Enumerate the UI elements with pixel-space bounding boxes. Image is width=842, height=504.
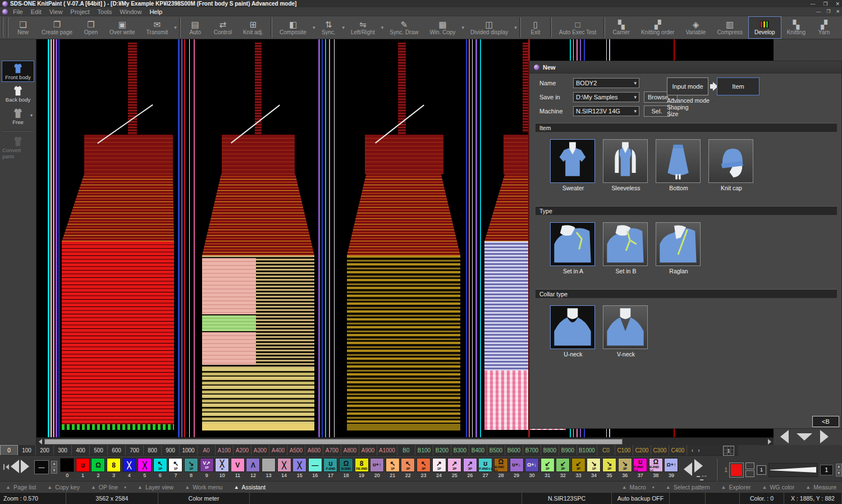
swatch-box[interactable]: ʊF-2ND <box>323 458 337 472</box>
color-swatch-16[interactable]: —16 <box>308 458 323 478</box>
swatch-box[interactable]: ↘2P <box>602 458 616 472</box>
palette-tab-b900[interactable]: B900 <box>559 445 577 455</box>
palette-tab-b800[interactable]: B800 <box>541 445 559 455</box>
palette-tab-b700[interactable]: B700 <box>523 445 541 455</box>
palette-tab-a600[interactable]: A600 <box>305 445 323 455</box>
palette-tab-a200[interactable]: A200 <box>234 445 251 455</box>
left-right-button[interactable]: ⇋Left/Right <box>345 16 381 39</box>
dropdown-caret-icon[interactable]: ▾ <box>173 25 177 30</box>
tile-u-neck[interactable]: U-neck <box>550 305 596 358</box>
swatch-page-prev-icon[interactable] <box>684 462 692 477</box>
palette-next-icon[interactable] <box>21 460 29 474</box>
chevron-down-icon[interactable]: ▾ <box>124 485 126 490</box>
color-swatch-19[interactable]: 8FB 2ND19 <box>354 458 369 478</box>
palette-tab-c100[interactable]: C100 <box>615 445 633 455</box>
tile-set-in-a[interactable]: Set in A <box>550 222 596 274</box>
macro-button[interactable]: ▲Macro▾ <box>616 484 660 491</box>
pan-right-arrow-icon[interactable] <box>820 430 829 443</box>
color-swatch-4[interactable]: ╳4 <box>121 458 137 478</box>
wg-color-button[interactable]: ▲WG color <box>757 484 800 491</box>
color-swatch-34[interactable]: ↘1P34 <box>586 458 602 478</box>
swatch-box[interactable]: ʊ+↓ <box>510 458 524 472</box>
palette-tab-a700[interactable]: A700 <box>323 445 341 455</box>
palette-tab-c300[interactable]: C300 <box>651 445 669 455</box>
color-swatch-9[interactable]: V↗1P9 <box>199 458 214 478</box>
swatch-box[interactable]: Ω+↓ <box>525 458 539 472</box>
create-page-button[interactable]: ❐Create page <box>36 16 78 39</box>
composite-button[interactable]: ◧Composite <box>274 16 312 39</box>
close-icon[interactable]: ✕ <box>835 1 840 7</box>
work-menu-button[interactable]: ▲Work menu <box>179 484 228 491</box>
color-swatch-17[interactable]: ʊF-2ND17 <box>323 458 338 478</box>
swatch-box[interactable]: ↗2P <box>447 458 461 472</box>
palette-tab-a900[interactable]: A900 <box>359 445 377 455</box>
color-swatch-21[interactable]: ↖1P21 <box>385 458 400 478</box>
palette-tab-c400[interactable]: C400 <box>669 445 687 455</box>
spinner-up-icon[interactable]: ▲ <box>836 464 842 470</box>
sidebar-item-free[interactable]: Free▾ <box>2 106 34 127</box>
tab-scroll-left-icon[interactable]: ‹ <box>692 447 693 453</box>
color-swatch-36[interactable]: ↘3P36 <box>617 458 633 478</box>
tile-sleeveless[interactable]: Sleeveless <box>603 139 649 191</box>
exit-button[interactable]: ▯Exit <box>523 16 548 39</box>
swatch-box[interactable]: ↖2P <box>401 458 415 472</box>
swatch-box[interactable]: — <box>308 458 322 472</box>
yarn-button[interactable]: ▞Yarn <box>811 16 837 39</box>
color-swatch-0[interactable]: 0 <box>60 458 75 478</box>
palette-tab-a300[interactable]: A300 <box>251 445 269 455</box>
control-button[interactable]: ⇄Control <box>208 16 237 39</box>
menu-project[interactable]: Project <box>66 8 93 16</box>
color-swatch-30[interactable]: Ω+↓30 <box>524 458 540 478</box>
palette-prev-icon[interactable] <box>11 460 19 474</box>
child-close-icon[interactable]: ✕ <box>836 9 840 14</box>
color-swatch-2[interactable]: Ω2 <box>90 458 106 478</box>
compress-button[interactable]: ▥Compress <box>711 16 748 39</box>
tile-v-neck[interactable]: V-neck <box>603 305 649 358</box>
pan-left-arrow-icon[interactable] <box>780 430 789 443</box>
menu-view[interactable]: View <box>45 8 67 16</box>
swatch-box[interactable] <box>60 458 74 472</box>
assistant-button[interactable]: ▲Assistant <box>228 484 272 491</box>
palette-tab-b600[interactable]: B600 <box>505 445 523 455</box>
palette-tab-b0[interactable]: B0 <box>397 445 415 455</box>
menu-tools[interactable]: Tools <box>94 8 116 16</box>
color-swatch-27[interactable]: ʊF-2ND (-)27 <box>478 458 493 478</box>
copy-key-button[interactable]: ▲Copy key <box>42 484 85 491</box>
color-swatch-7[interactable]: ↖1P7 <box>168 458 184 478</box>
scrollbar-left-icon[interactable] <box>37 439 44 445</box>
tile-sweater[interactable]: Sweater <box>550 139 596 191</box>
select-pattern-button[interactable]: ▲Select pattern <box>660 484 716 491</box>
palette-tab-a100[interactable]: A100 <box>216 445 234 455</box>
color-swatch-11[interactable]: V11 <box>230 458 246 478</box>
menu-window[interactable]: Window <box>116 8 145 16</box>
swatch-box[interactable]: ╳ <box>122 458 136 472</box>
tab-scroll-right-icon[interactable]: › <box>698 447 699 453</box>
divided-display-button[interactable]: ◫Divided display <box>465 16 514 39</box>
sidebar-item-back-body[interactable]: Back body <box>2 83 34 104</box>
color-swatch-38[interactable]: ΩB-2ND (+)38 <box>648 458 664 478</box>
swatch-box[interactable] <box>262 458 276 472</box>
color-swatch-15[interactable]: ╳15 <box>292 458 308 478</box>
tile-raglan[interactable]: Raglan <box>656 222 702 274</box>
machine-sel-button[interactable]: Sel. <box>644 106 670 117</box>
transmit-button[interactable]: ✉Transmit <box>141 16 174 39</box>
varia-button[interactable]: ▮Varia <box>837 16 842 39</box>
child-minimize-icon[interactable]: — <box>816 9 821 14</box>
child-restore-icon[interactable]: ❐ <box>826 9 830 14</box>
color-swatch-26[interactable]: ↗3P26 <box>462 458 478 478</box>
palette-tab-a400[interactable]: A400 <box>269 445 287 455</box>
color-swatch-33[interactable]: ↙3P33 <box>571 458 587 478</box>
palette-tab-900[interactable]: 900 <box>162 445 180 455</box>
swatch-box[interactable]: ↘1P <box>587 458 601 472</box>
color-swatch-6[interactable]: ↖1P6 <box>153 458 168 478</box>
swatch-box[interactable]: ↙3P <box>571 458 585 472</box>
develop-button[interactable]: Develop <box>748 16 781 39</box>
dropdown-caret-icon[interactable]: ▾ <box>514 25 518 30</box>
tile-set-in-b[interactable]: Set in B <box>603 222 649 274</box>
palette-tab-b500[interactable]: B500 <box>487 445 505 455</box>
swatch-box[interactable]: ↙2P <box>556 458 570 472</box>
color-swatch-1[interactable]: ʊ1 <box>75 458 91 478</box>
swatch-box[interactable]: ╳ʙ <box>215 458 229 472</box>
swatch-box[interactable]: ↗1P <box>432 458 446 472</box>
color-swatch-18[interactable]: ΩB-2ND18 <box>338 458 354 478</box>
